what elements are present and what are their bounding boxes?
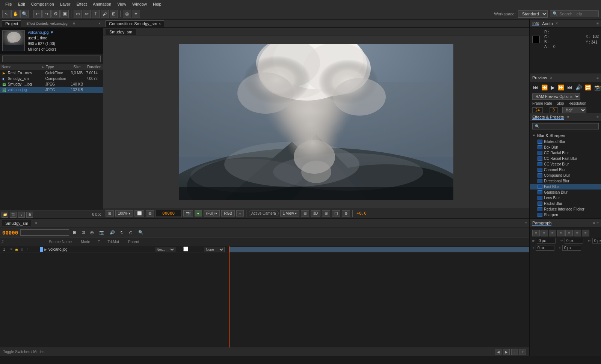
panel-menu-icon[interactable]: ≡	[73, 21, 75, 26]
tl-solo-btn[interactable]: ◎	[89, 229, 95, 236]
layer-lock-icon[interactable]: 🔒	[14, 247, 19, 252]
tl-zoom-in-btn[interactable]: +	[519, 349, 526, 355]
tl-nav-left[interactable]: ◀	[495, 349, 501, 355]
effect-item[interactable]: CC Vector Blur	[530, 161, 601, 167]
effects-search-input[interactable]	[532, 123, 599, 129]
tool-redo[interactable]: ↪	[42, 10, 51, 18]
layer-expand-icon[interactable]: ▶	[44, 248, 47, 251]
prev-snapshot-btn[interactable]: 📸	[593, 84, 601, 91]
overlay-btn[interactable]: ◫	[332, 210, 340, 217]
prev-play-btn[interactable]: ▶	[550, 84, 556, 91]
space-after-input[interactable]	[562, 245, 581, 251]
tool-rect[interactable]: ▭	[74, 10, 82, 18]
menu-help[interactable]: Help	[150, 1, 165, 7]
tool-clone[interactable]: ⊞	[110, 10, 118, 18]
tab-timeline-smudgy[interactable]: Smudgy_sm	[2, 220, 31, 226]
layer-eye-icon[interactable]: 👁	[9, 247, 14, 252]
menu-view[interactable]: View	[114, 1, 129, 7]
layer-parent-select[interactable]: None	[204, 247, 225, 252]
effect-item[interactable]: Radial Blur	[530, 201, 601, 206]
tab-project[interactable]: Project	[2, 20, 21, 27]
effect-item[interactable]: Gaussian Blur	[530, 190, 601, 195]
timeline-timecode[interactable]: 00000	[2, 230, 18, 236]
tool-hand[interactable]: ✋	[11, 10, 20, 18]
comp-subtab-smudgy[interactable]: Smudgy_sm	[106, 29, 136, 35]
align-justify-full-btn[interactable]: ≡	[582, 230, 589, 236]
effects-close-icon[interactable]: ×	[567, 115, 569, 119]
prev-back-btn[interactable]: ⏪	[541, 84, 548, 91]
preview-menu-icon[interactable]: ≡	[596, 76, 599, 80]
viewer-canvas[interactable]	[103, 36, 529, 208]
file-item[interactable]: 🖼 volcano.jpg JPEG 132 KB	[0, 87, 103, 93]
grid2-btn[interactable]: ⊞	[322, 210, 330, 217]
tool-snap[interactable]: ▣	[60, 10, 69, 18]
layer-row[interactable]: 1 👁 🔒 ◎ f ▶ volcano.jpg Nor... None	[0, 246, 229, 253]
tool-puppet[interactable]: ✦	[132, 10, 140, 18]
menu-file[interactable]: File	[2, 1, 15, 7]
layer-effects-icon[interactable]: f	[25, 247, 29, 252]
align-center-btn[interactable]: ≡	[541, 230, 548, 236]
viewer-timecode[interactable]: 00000	[156, 210, 182, 217]
indent-right-input[interactable]	[565, 238, 583, 244]
new-folder-btn[interactable]: 📁	[2, 212, 8, 218]
view-btn[interactable]: 1 View ▾	[280, 210, 299, 217]
preview-close-icon[interactable]: ×	[550, 76, 552, 80]
toggle-switches-btn[interactable]: Toggle Switches / Modes	[3, 350, 45, 354]
comp-tab-close-icon[interactable]: ×	[159, 22, 161, 26]
menu-edit[interactable]: Edit	[15, 1, 28, 7]
align-justify-center-btn[interactable]: ≡	[565, 230, 573, 236]
effect-item[interactable]: Directional Blur	[530, 178, 601, 184]
timeline-search-input[interactable]	[20, 229, 69, 236]
menu-layer[interactable]: Layer	[57, 1, 74, 7]
camera-icon-btn[interactable]: 📷	[183, 210, 193, 217]
prev-first-btn[interactable]: ⏮	[532, 84, 539, 91]
effect-item[interactable]: Lens Blur	[530, 195, 601, 201]
exposure-btn[interactable]: ⬦	[236, 210, 244, 217]
effect-item[interactable]: Fast Blur	[530, 184, 601, 190]
prev-loop-btn[interactable]: 🔁	[584, 84, 592, 91]
fit-btn[interactable]: ⬜	[134, 210, 144, 217]
layer-mode-select[interactable]: Nor...	[155, 247, 175, 252]
effect-item[interactable]: CC Radial Blur	[530, 150, 601, 156]
workspace-select[interactable]: Standard	[518, 10, 548, 18]
mode-btn[interactable]: (Full) ▾	[204, 210, 220, 217]
tl-comp-btn[interactable]: ⊡	[80, 229, 86, 236]
tl-loop-btn[interactable]: ↻	[119, 229, 125, 236]
tl-audio-btn[interactable]: 🔊	[108, 229, 116, 236]
tab-preview[interactable]: Preview	[532, 75, 547, 80]
color-btn[interactable]: ●	[195, 210, 202, 217]
tool-brush[interactable]: 🖌	[101, 10, 109, 18]
file-item[interactable]: ◧ Smudgy_sm Composition 7.0072	[0, 76, 103, 81]
skip-input[interactable]	[550, 107, 558, 113]
tool-zoom[interactable]: 🔍	[20, 10, 29, 18]
tool-undo[interactable]: ↩	[33, 10, 42, 18]
tl-search-btn[interactable]: 🔍	[137, 229, 145, 236]
menu-window[interactable]: Window	[129, 1, 150, 7]
menu-effect[interactable]: Effect	[73, 1, 90, 7]
effect-item[interactable]: CC Radial Fast Blur	[530, 156, 601, 161]
align-left-btn[interactable]: ≡	[532, 230, 540, 236]
comp-tab-main[interactable]: Composition: Smudgy_sm ×	[106, 20, 164, 27]
tool-text[interactable]: T	[92, 10, 100, 18]
project-search-input[interactable]	[2, 56, 101, 62]
effect-item[interactable]: Bilateral Blur	[530, 139, 601, 144]
info-menu-icon[interactable]: ≡	[596, 21, 599, 26]
align-right-btn[interactable]: ≡	[549, 230, 556, 236]
tab-paragraph[interactable]: Paragraph	[532, 221, 551, 226]
tool-roto[interactable]: ◎	[123, 10, 131, 18]
trash-btn[interactable]: 🗑	[26, 212, 33, 218]
active-camera-btn[interactable]: Active Camera	[249, 211, 279, 216]
para-close-icon[interactable]: ×	[593, 221, 595, 225]
effect-item[interactable]: Compound Blur	[530, 173, 601, 178]
resize-btn[interactable]: ⊠	[146, 210, 154, 217]
tab-info[interactable]: Info	[532, 21, 539, 26]
timeline-menu-icon[interactable]: ≡	[525, 221, 527, 225]
menu-composition[interactable]: Composition	[28, 1, 57, 7]
file-item[interactable]: 🖼 Smudgy_...jpg JPEG 140 KB	[0, 81, 103, 87]
new-comp-btn[interactable]: 🎬	[10, 212, 17, 218]
file-item[interactable]: ▶ Real_Fo...mov QuickTime 3,0 MB 7.0014	[0, 70, 103, 76]
effect-item[interactable]: Reduce Interlace Flicker	[530, 206, 601, 212]
tab-effects[interactable]: Effects & Presets	[532, 115, 564, 120]
effect-item[interactable]: Box Blur	[530, 144, 601, 150]
tl-expand-btn[interactable]: ⊞	[71, 229, 78, 236]
